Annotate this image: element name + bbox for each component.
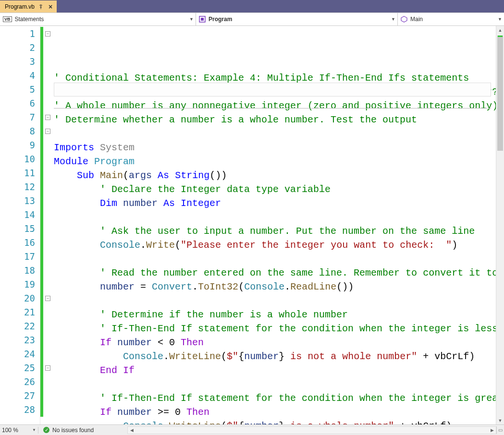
change-bar: [40, 333, 43, 347]
change-bar: [40, 375, 43, 389]
code-line[interactable]: ' If-Then-End If statement for the condi…: [54, 322, 496, 336]
change-bar: [40, 97, 43, 110]
collapse-toggle[interactable]: −: [45, 129, 50, 134]
collapse-toggle[interactable]: −: [45, 115, 50, 120]
code-line[interactable]: ' Conditional Statements: Example 4: Mul…: [54, 71, 496, 85]
margin-row: [40, 222, 54, 236]
margin-row: [40, 180, 54, 194]
line-number: 17: [0, 250, 35, 264]
change-bar: [40, 83, 43, 97]
code-line[interactable]: number = Convert.ToInt32(Console.ReadLin…: [54, 280, 496, 294]
change-bar: [40, 152, 43, 166]
scroll-right-icon[interactable]: ▶: [488, 428, 496, 433]
line-number: 27: [0, 389, 35, 403]
close-icon[interactable]: ×: [47, 3, 54, 10]
code-editor[interactable]: 1234567891011121314151617181920212223242…: [0, 26, 504, 424]
scroll-down-icon[interactable]: ▼: [496, 416, 504, 424]
code-line[interactable]: Imports System: [54, 141, 496, 155]
zoom-dropdown[interactable]: 100 % ▼: [0, 427, 38, 434]
change-bar: [40, 27, 43, 41]
pin-icon[interactable]: [37, 3, 44, 10]
code-line[interactable]: If number < 0 Then: [54, 336, 496, 350]
change-bar: [40, 69, 43, 83]
line-number: 16: [0, 236, 35, 250]
horizontal-scroll-area: ◀ ▶ ▭: [127, 426, 504, 434]
change-marker: [498, 36, 503, 37]
code-line[interactable]: ' Determine whether a number is a whole …: [54, 113, 496, 127]
change-bar: [40, 208, 43, 222]
member-dropdown[interactable]: Main ▼: [398, 13, 504, 25]
code-line[interactable]: [54, 252, 496, 266]
code-line[interactable]: [54, 210, 496, 224]
line-number: 23: [0, 333, 35, 347]
check-icon: ✓: [43, 427, 49, 433]
margin-row: [40, 97, 54, 110]
line-number: 9: [0, 138, 35, 152]
code-line[interactable]: [54, 127, 496, 141]
line-number: 10: [0, 152, 35, 166]
scope-dropdown[interactable]: VB Statements ▼: [0, 13, 196, 25]
line-number: 6: [0, 97, 35, 110]
line-number: 1: [0, 27, 35, 41]
line-number: 13: [0, 194, 35, 208]
horizontal-scrollbar[interactable]: ◀ ▶: [127, 426, 496, 434]
code-line[interactable]: ' Determine if the number is a whole num…: [54, 308, 496, 322]
change-bar: [40, 347, 43, 361]
class-dropdown[interactable]: Program ▼: [196, 13, 398, 25]
module-icon: [199, 16, 206, 23]
vertical-scrollbar[interactable]: ▲ ▼: [496, 26, 504, 424]
chevron-down-icon: ▼: [189, 17, 194, 22]
error-status[interactable]: ✓ No issues found: [38, 427, 98, 434]
code-line[interactable]: ' If-Then-End If statement for the condi…: [54, 391, 496, 405]
margin-row: [40, 83, 54, 97]
change-bar: [40, 222, 43, 236]
collapse-toggle[interactable]: −: [45, 31, 50, 36]
change-bar: [40, 278, 43, 291]
code-line[interactable]: ' What if the user enters a zero? What i…: [54, 85, 496, 99]
file-tab[interactable]: Program.vb ×: [0, 0, 57, 12]
margin-row: [40, 236, 54, 250]
code-area[interactable]: ' Conditional Statements: Example 4: Mul…: [54, 26, 496, 424]
margin-row: [40, 278, 54, 291]
code-line[interactable]: [54, 294, 496, 308]
line-number: 4: [0, 69, 35, 83]
split-view-icon[interactable]: ▭: [496, 426, 504, 434]
code-line[interactable]: Sub Main(args As String()): [54, 169, 496, 182]
code-line[interactable]: Module Program: [54, 155, 496, 169]
navigation-bar: VB Statements ▼ Program ▼ Main ▼: [0, 12, 504, 26]
margin-row: [40, 208, 54, 222]
margin-row: [40, 264, 54, 278]
margin-row: [40, 389, 54, 403]
tab-strip: Program.vb ×: [0, 0, 504, 12]
collapse-toggle[interactable]: −: [45, 365, 50, 371]
change-bar: [40, 319, 43, 333]
scroll-up-icon[interactable]: ▲: [496, 26, 504, 34]
code-line[interactable]: Console.WriteLine($"{number} is a whole …: [54, 419, 496, 424]
code-line[interactable]: ' Declare the Integer data type variable: [54, 182, 496, 196]
scroll-thumb[interactable]: [497, 36, 503, 151]
code-line[interactable]: End If: [54, 363, 496, 377]
code-line[interactable]: ' Ask the user to input a number. Put th…: [54, 224, 496, 238]
margin-row: −: [40, 27, 54, 41]
code-line[interactable]: Console.WriteLine($"{number} is not a wh…: [54, 350, 496, 363]
margin-row: [40, 250, 54, 264]
chevron-down-icon: ▼: [391, 17, 395, 22]
code-line[interactable]: Dim number As Integer: [54, 196, 496, 210]
issues-label: No issues found: [52, 427, 94, 434]
collapse-toggle[interactable]: −: [45, 296, 50, 301]
line-number: 20: [0, 291, 35, 305]
code-line[interactable]: If number >= 0 Then: [54, 405, 496, 419]
margin-row: [40, 347, 54, 361]
change-bar: [40, 403, 43, 417]
zoom-value: 100 %: [2, 427, 18, 434]
code-line[interactable]: ' Read the number entered on the same li…: [54, 266, 496, 280]
margin-row: −: [40, 291, 54, 305]
change-bar: [40, 138, 43, 152]
class-label: Program: [209, 16, 232, 23]
line-number-gutter: 1234567891011121314151617181920212223242…: [0, 26, 40, 424]
scroll-left-icon[interactable]: ◀: [128, 428, 135, 433]
code-line[interactable]: Console.Write("Please enter the integer …: [54, 238, 496, 252]
code-line[interactable]: [54, 377, 496, 391]
margin-row: [40, 194, 54, 208]
code-line[interactable]: ' A whole number is any nonnegative inte…: [54, 99, 496, 113]
